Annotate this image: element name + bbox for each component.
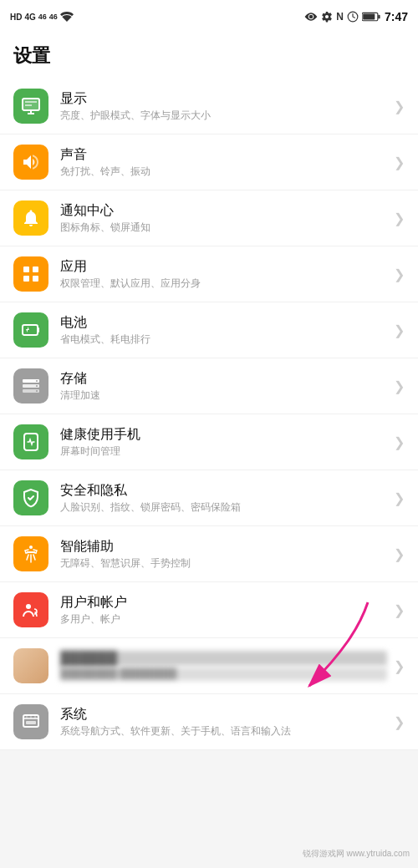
security-title: 安全和隐私 [60,482,387,500]
apps-chevron: ❯ [394,266,405,282]
sound-icon-wrapper [13,145,48,180]
health-icon-wrapper [13,424,48,459]
storage-text: 存储清理加速 [60,370,387,403]
settings-item-accessibility[interactable]: 智能辅助无障碍、智慧识屏、手势控制❯ [0,526,418,582]
signal-46-2: 46 [49,13,58,21]
accessibility-subtitle: 无障碍、智慧识屏、手势控制 [60,557,387,571]
accounts-chevron: ❯ [394,602,405,618]
accounts-subtitle: 多用户、帐户 [60,613,387,627]
system-title: 系统 [60,706,387,723]
system-subtitle: 系统导航方式、软件更新、关于手机、语言和输入法 [60,725,387,739]
wifi-icon [60,12,74,22]
svg-rect-9 [23,276,29,282]
battery-text: 电池省电模式、耗电排行 [60,314,387,347]
storage-title: 存储 [60,370,387,388]
status-icons: N [304,11,380,23]
settings-item-display[interactable]: 显示亮度、护眼模式、字体与显示大小❯ [0,79,418,135]
signal-4g: 4G [24,13,35,22]
system-text: 系统系统导航方式、软件更新、关于手机、语言和输入法 [60,706,387,739]
accounts-title: 用户和帐户 [60,594,387,612]
display-title: 显示 [60,90,387,108]
svg-rect-8 [33,266,38,272]
watermark: 锐得游戏网 www.ytruida.com [303,848,410,860]
svg-rect-3 [363,13,375,19]
battery-icon [362,12,380,22]
sound-chevron: ❯ [394,155,405,170]
clock-icon [347,11,359,23]
svg-point-17 [36,385,38,387]
accounts-text: 用户和帐户多用户、帐户 [60,594,387,627]
security-subtitle: 人脸识别、指纹、锁屏密码、密码保险箱 [60,501,387,515]
settings-item-health[interactable]: 健康使用手机屏幕时间管理❯ [0,414,418,470]
accessibility-chevron: ❯ [394,546,405,562]
blurred-text: ██████████████ ████████ [60,651,387,681]
notification-title: 通知中心 [60,202,387,220]
status-left: HD 4G 46 46 [10,12,74,22]
accounts-icon-wrapper [13,592,48,627]
system-chevron: ❯ [394,714,405,730]
notification-subtitle: 图标角标、锁屏通知 [60,221,387,235]
settings-item-system[interactable]: 系统系统导航方式、软件更新、关于手机、语言和输入法❯ [0,694,418,750]
security-text: 安全和隐私人脸识别、指纹、锁屏密码、密码保险箱 [60,482,387,515]
apps-text: 应用权限管理、默认应用、应用分身 [60,258,387,291]
settings-item-battery[interactable]: 电池省电模式、耗电排行❯ [0,302,418,358]
accessibility-icon-wrapper [13,536,48,571]
eye-icon [304,12,318,22]
sound-subtitle: 免打扰、铃声、振动 [60,165,387,179]
battery-title: 电池 [60,314,387,332]
n-icon: N [336,11,344,23]
system-icon-wrapper [13,704,48,739]
status-right: N 7:47 [304,10,408,23]
blurred-title: ██████ [60,651,387,666]
sound-text: 声音免打扰、铃声、振动 [60,146,387,179]
display-subtitle: 亮度、护眼模式、字体与显示大小 [60,109,387,123]
settings-list: 显示亮度、护眼模式、字体与显示大小❯声音免打扰、铃声、振动❯通知中心图标角标、锁… [0,79,418,750]
svg-point-0 [309,15,314,19]
blurred-subtitle: ████████ ████████ [60,667,387,681]
health-chevron: ❯ [394,434,405,450]
signal-46-1: 46 [38,13,47,21]
display-chevron: ❯ [394,99,405,114]
apps-subtitle: 权限管理、默认应用、应用分身 [60,277,387,291]
svg-rect-4 [378,15,380,19]
storage-icon-wrapper [13,368,48,404]
blurred-chevron: ❯ [394,658,405,674]
gear-icon [321,11,333,23]
svg-rect-12 [38,327,39,332]
health-subtitle: 屏幕时间管理 [60,445,387,459]
notification-chevron: ❯ [394,211,405,226]
display-text: 显示亮度、护眼模式、字体与显示大小 [60,90,387,123]
settings-item-security[interactable]: 安全和隐私人脸识别、指纹、锁屏密码、密码保险箱❯ [0,470,418,526]
svg-point-18 [36,390,38,392]
svg-rect-10 [33,276,38,282]
settings-item-blurred[interactable]: ██████████████ ████████❯ [0,638,418,694]
svg-rect-24 [26,721,36,724]
settings-item-apps[interactable]: 应用权限管理、默认应用、应用分身❯ [0,246,418,302]
svg-point-20 [29,546,33,549]
accessibility-text: 智能辅助无障碍、智慧识屏、手势控制 [60,538,387,571]
settings-item-storage[interactable]: 存储清理加速❯ [0,358,418,414]
security-icon-wrapper [13,480,48,515]
security-chevron: ❯ [394,490,405,506]
apps-icon-wrapper [13,256,48,292]
battery-icon-wrapper [13,312,48,348]
battery-subtitle: 省电模式、耗电排行 [60,333,387,347]
notification-icon-wrapper [13,201,48,236]
health-title: 健康使用手机 [60,426,387,444]
settings-item-accounts[interactable]: 用户和帐户多用户、帐户❯ [0,582,418,638]
time-display: 7:47 [385,10,408,23]
battery-chevron: ❯ [394,322,405,338]
storage-subtitle: 清理加速 [60,389,387,403]
svg-point-21 [26,604,31,609]
svg-point-16 [36,380,38,382]
settings-item-sound[interactable]: 声音免打扰、铃声、振动❯ [0,135,418,190]
svg-rect-6 [23,99,39,110]
sound-title: 声音 [60,146,387,164]
accessibility-title: 智能辅助 [60,538,387,556]
status-bar: HD 4G 46 46 N [0,0,418,33]
notification-text: 通知中心图标角标、锁屏通知 [60,202,387,235]
health-text: 健康使用手机屏幕时间管理 [60,426,387,459]
settings-item-notification[interactable]: 通知中心图标角标、锁屏通知❯ [0,190,418,246]
signal-hd: HD [10,13,22,22]
blurred-icon-wrapper [13,648,48,683]
